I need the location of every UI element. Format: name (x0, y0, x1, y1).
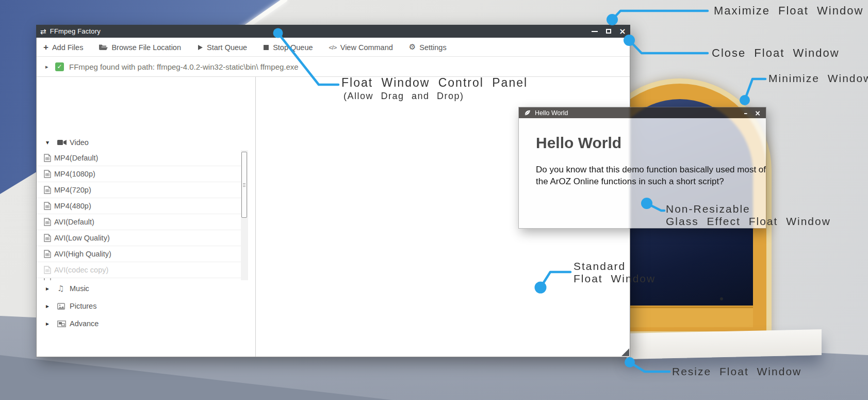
hello-window-title: Hello World (535, 109, 568, 117)
annotation-standard-label-line1: Standard (574, 260, 626, 273)
ffmpeg-status-text: FFmpeg found with path: ffmpeg-4.0.2-win… (69, 62, 299, 71)
annotation-control-panel-sublabel: (Allow Drag and Drop) (343, 91, 464, 102)
browse-file-location-button[interactable]: Browse File Location (99, 43, 181, 52)
wallpaper-window-sill (627, 329, 822, 359)
close-button[interactable]: × (619, 28, 626, 35)
pictures-group-label: Pictures (70, 302, 96, 310)
stop-icon (263, 44, 269, 51)
start-queue-button[interactable]: Start Queue (197, 43, 247, 52)
list-item-mp4-1080p[interactable]: MP4(1080p) (37, 166, 248, 182)
view-command-button[interactable]: </> View Command (329, 43, 393, 52)
wallpaper-window-knob (720, 297, 723, 300)
tree-group-music[interactable]: ▸ ♫ Music (37, 281, 253, 296)
ffmpeg-titlebar[interactable]: ⇄ FFmpeg Factory × (36, 25, 630, 38)
list-item-avi-high-quality[interactable]: AVI(High Quality) (37, 246, 248, 262)
caret-right-icon: ▸ (46, 303, 49, 309)
video-file-icon (44, 202, 51, 210)
annotation-control-panel-label: Float Window Control Panel (341, 76, 528, 90)
ffmpeg-window-title: FFmpeg Factory (50, 27, 101, 35)
start-queue-label: Start Queue (207, 43, 247, 52)
maximize-button[interactable] (605, 28, 612, 35)
list-item-label: MP4(480p) (54, 202, 91, 210)
resize-handle[interactable] (621, 348, 629, 356)
caret-right-icon: ▸ (46, 285, 49, 292)
video-group-label: Video (70, 138, 89, 147)
video-file-icon (44, 186, 51, 194)
stop-queue-label: Stop Queue (273, 43, 313, 52)
list-item-avi-default[interactable]: AVI(Default) (37, 214, 248, 230)
settings-button[interactable]: ⚙ Settings (409, 43, 447, 52)
tree-group-video[interactable]: ▾ Video (37, 135, 253, 150)
caret-right-icon[interactable]: ▸ (45, 63, 48, 70)
ffmpeg-toolbar: + Add Files Browse File Location Start Q… (37, 38, 630, 57)
annotation-glass-label-line2: Glass Effect Float Window (666, 215, 831, 228)
list-item-label: MP4(1080p) (54, 170, 95, 178)
minimize-icon (592, 31, 598, 32)
object-group-icon (57, 321, 66, 327)
plus-icon: + (43, 43, 48, 52)
picture-icon (57, 303, 65, 310)
scrollbar-grip-icon (243, 183, 245, 184)
leaf-icon (524, 109, 531, 116)
list-item-avi-codec-copy[interactable]: AVI(codec copy) (37, 262, 248, 278)
advance-group-label: Advance (70, 319, 99, 328)
hello-titlebar[interactable]: Hello World – × (519, 107, 766, 118)
hello-paragraph: Do you know that this demo function basi… (536, 164, 767, 187)
check-icon: ✓ (55, 62, 64, 71)
list-item-avi-low-quality[interactable]: AVI(Low Quality) (37, 230, 248, 246)
list-scrollbar-track[interactable] (241, 150, 248, 280)
gear-icon: ⚙ (409, 43, 416, 51)
video-file-icon (44, 154, 51, 162)
list-item-mp4-480p[interactable]: MP4(480p) (37, 198, 248, 214)
annotation-maximize-label: Maximize Float Window (714, 4, 863, 18)
video-camera-icon (57, 139, 67, 146)
annotation-minimize-label: Minimize Window (768, 72, 868, 85)
add-files-label: Add Files (52, 43, 83, 52)
list-item-label: MP4(Default) (54, 154, 98, 162)
video-file-icon (44, 218, 51, 226)
video-preset-list: MP4(Default) MP4(1080p) MP4(720p) MP4(48… (37, 150, 248, 280)
play-icon (197, 44, 203, 51)
caret-right-icon: ▸ (46, 321, 49, 327)
video-file-icon (44, 266, 51, 274)
add-files-button[interactable]: + Add Files (43, 43, 83, 52)
close-button[interactable]: × (755, 109, 761, 117)
annotation-close-label: Close Float Window (712, 46, 840, 60)
list-item-label: AVI(Low Quality) (54, 234, 110, 242)
minimize-button[interactable]: – (744, 109, 747, 117)
caret-down-icon: ▾ (46, 139, 49, 146)
minimize-button[interactable] (591, 28, 598, 35)
view-command-label: View Command (340, 43, 393, 52)
list-item-label: AVI(Default) (54, 218, 94, 226)
settings-label: Settings (419, 43, 446, 52)
list-item-label: MP4(720p) (54, 186, 91, 194)
video-file-icon (44, 278, 51, 280)
list-item-mp4-720p[interactable]: MP4(720p) (37, 182, 248, 198)
browse-label: Browse File Location (111, 43, 181, 52)
annotation-glass-label-line1: Non-Resizable (666, 203, 750, 215)
annotation-standard-label-line2: Float Window (574, 273, 656, 285)
video-file-icon (44, 170, 51, 178)
swap-arrows-icon: ⇄ (40, 28, 46, 35)
list-item-label: AVI(High Quality) (54, 250, 111, 258)
code-icon: </> (329, 44, 337, 51)
maximize-icon (606, 29, 611, 34)
list-item-label: AVI(codec copy) (54, 266, 108, 274)
list-item-clipped (37, 278, 248, 280)
panel-divider (255, 77, 256, 357)
tree-group-advance[interactable]: ▸ Advance (37, 316, 253, 331)
list-scrollbar-thumb[interactable] (241, 152, 247, 218)
ffmpeg-status-bar[interactable]: ▸ ✓ FFmpeg found with path: ffmpeg-4.0.2… (37, 57, 630, 77)
folder-open-icon (99, 44, 108, 51)
hello-heading: Hello World (536, 134, 621, 152)
video-file-icon (44, 234, 51, 242)
list-item-mp4-default[interactable]: MP4(Default) (37, 150, 248, 166)
music-note-icon: ♫ (57, 285, 64, 293)
music-group-label: Music (70, 284, 89, 293)
video-file-icon (44, 250, 51, 258)
stop-queue-button[interactable]: Stop Queue (263, 43, 313, 52)
tree-group-pictures[interactable]: ▸ Pictures (37, 298, 253, 314)
annotation-resize-label: Resize Float Window (672, 365, 801, 378)
